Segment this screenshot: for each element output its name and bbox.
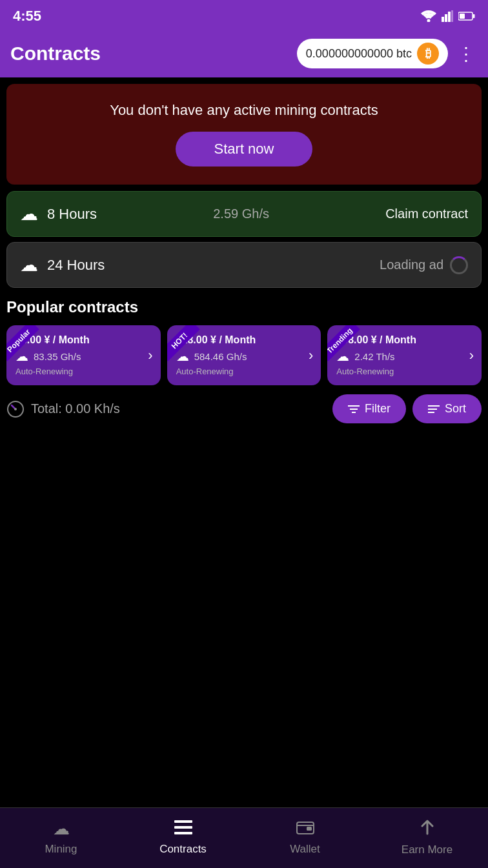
card-cloud-icon-2: ☁ xyxy=(176,348,189,364)
svg-rect-18 xyxy=(174,832,192,834)
card-speed-1: 83.35 Gh/s xyxy=(34,351,81,362)
card-cloud-icon-1: ☁ xyxy=(15,348,28,364)
popular-card-2[interactable]: HOT! 228.00 ¥ / Month ☁ 584.46 Gh/s Auto… xyxy=(167,325,321,385)
filter-buttons: Filter Sort xyxy=(332,394,482,423)
nav-earn-more[interactable]: Earn More xyxy=(366,808,488,868)
nav-contracts[interactable]: Contracts xyxy=(122,808,244,868)
slot-container: ☁ 8 Hours 2.59 Gh/s Claim contract ☁ 24 … xyxy=(6,191,482,288)
card-price-1: 38.00 ¥ / Month xyxy=(15,334,144,346)
filter-icon xyxy=(348,404,360,414)
header: Contracts 0.000000000000 btc ₿ ⋮ xyxy=(0,32,488,77)
card-cloud-row-1: ☁ 83.35 Gh/s xyxy=(15,348,144,364)
card-content-1: 38.00 ¥ / Month ☁ 83.35 Gh/s Auto-Renewi… xyxy=(15,334,144,376)
popular-card-1[interactable]: Popular 38.00 ¥ / Month ☁ 83.35 Gh/s Aut… xyxy=(6,325,161,385)
status-icons xyxy=(421,10,475,22)
slot-8h-speed: 2.59 Gh/s xyxy=(213,207,269,221)
total-label: Total: 0.00 Kh/s xyxy=(6,400,120,418)
cloud-icon-24h: ☁ xyxy=(20,254,38,276)
popular-title: Popular contracts xyxy=(6,298,482,316)
no-contracts-message: You don't have any active mining contrac… xyxy=(110,102,378,119)
svg-rect-2 xyxy=(445,14,447,22)
svg-rect-1 xyxy=(442,17,444,22)
btc-icon: ₿ xyxy=(417,43,439,65)
contracts-icon xyxy=(174,819,192,839)
claim-contract-button[interactable]: Claim contract xyxy=(385,207,468,221)
status-time: 4:55 xyxy=(13,8,41,25)
gauge-icon xyxy=(6,400,25,418)
svg-rect-7 xyxy=(460,14,465,19)
header-right: 0.000000000000 btc ₿ ⋮ xyxy=(297,39,478,68)
slot-24-hours: ☁ 24 Hours Loading ad xyxy=(6,242,482,288)
svg-point-0 xyxy=(427,19,431,23)
slot-8-hours: ☁ 8 Hours 2.59 Gh/s Claim contract xyxy=(6,191,482,237)
popular-card-3[interactable]: Trending 998.00 ¥ / Month ☁ 2.42 Th/s Au… xyxy=(327,325,482,385)
card-cloud-icon-3: ☁ xyxy=(336,348,349,364)
signal-icon xyxy=(442,10,453,22)
popular-section: Popular contracts Popular 38.00 ¥ / Mont… xyxy=(6,298,482,385)
header-title: Contracts xyxy=(10,43,101,65)
slot-24h-label: 24 Hours xyxy=(47,257,105,274)
card-arrow-3: › xyxy=(469,347,474,364)
nav-wallet[interactable]: Wallet xyxy=(244,808,366,868)
card-renew-2: Auto-Renewing xyxy=(176,367,305,376)
slot-left-24h: ☁ 24 Hours xyxy=(20,254,105,276)
card-price-3: 998.00 ¥ / Month xyxy=(336,334,465,346)
sort-button[interactable]: Sort xyxy=(412,394,482,423)
svg-rect-6 xyxy=(473,14,475,18)
card-arrow-2: › xyxy=(309,347,313,364)
loading-ad-text: Loading ad xyxy=(380,257,443,272)
svg-point-9 xyxy=(14,408,17,410)
contracts-label: Contracts xyxy=(159,843,207,856)
card-arrow-1: › xyxy=(148,347,152,364)
slot-left: ☁ 8 Hours xyxy=(20,203,97,225)
btc-balance-text: 0.000000000000 btc xyxy=(306,47,412,61)
total-text: Total: 0.00 Kh/s xyxy=(31,401,120,416)
loading-ad: Loading ad xyxy=(380,256,468,274)
bottom-nav: ☁ Mining Contracts Wallet Earn xyxy=(0,807,488,868)
svg-rect-17 xyxy=(174,826,192,829)
no-contracts-banner: You don't have any active mining contrac… xyxy=(6,84,482,185)
svg-rect-20 xyxy=(307,827,312,831)
more-menu-button[interactable]: ⋮ xyxy=(454,41,478,67)
slot-8h-label: 8 Hours xyxy=(47,206,97,223)
sort-label: Sort xyxy=(445,402,466,416)
mining-icon: ☁ xyxy=(53,819,70,839)
sort-icon xyxy=(428,404,440,414)
card-speed-3: 2.42 Th/s xyxy=(354,351,394,362)
card-price-2: 228.00 ¥ / Month xyxy=(176,334,305,346)
svg-rect-4 xyxy=(451,10,453,22)
main-content xyxy=(0,432,488,820)
wallet-icon xyxy=(296,819,314,839)
card-cloud-row-3: ☁ 2.42 Th/s xyxy=(336,348,465,364)
card-cloud-row-2: ☁ 584.46 Gh/s xyxy=(176,348,305,364)
nav-mining[interactable]: ☁ Mining xyxy=(0,808,122,868)
card-content-2: 228.00 ¥ / Month ☁ 584.46 Gh/s Auto-Rene… xyxy=(176,334,305,376)
filter-button[interactable]: Filter xyxy=(332,394,406,423)
mining-label: Mining xyxy=(45,843,77,856)
cloud-icon-8h: ☁ xyxy=(20,203,38,225)
start-now-button[interactable]: Start now xyxy=(176,132,313,167)
card-speed-2: 584.46 Gh/s xyxy=(194,351,247,362)
earn-more-icon xyxy=(419,818,436,840)
card-renew-1: Auto-Renewing xyxy=(15,367,144,376)
filter-bar: Total: 0.00 Kh/s Filter Sort xyxy=(6,394,482,423)
btc-balance[interactable]: 0.000000000000 btc ₿ xyxy=(297,39,448,68)
earn-more-label: Earn More xyxy=(402,843,452,856)
loading-spinner xyxy=(450,256,468,274)
wifi-icon xyxy=(421,10,436,22)
popular-cards: Popular 38.00 ¥ / Month ☁ 83.35 Gh/s Aut… xyxy=(6,325,482,385)
card-renew-3: Auto-Renewing xyxy=(336,367,465,376)
filter-label: Filter xyxy=(365,402,391,416)
svg-rect-3 xyxy=(448,12,451,22)
status-bar: 4:55 xyxy=(0,0,488,32)
battery-icon xyxy=(458,12,475,21)
wallet-label: Wallet xyxy=(290,843,320,856)
card-content-3: 998.00 ¥ / Month ☁ 2.42 Th/s Auto-Renewi… xyxy=(336,334,465,376)
svg-rect-16 xyxy=(174,820,192,823)
